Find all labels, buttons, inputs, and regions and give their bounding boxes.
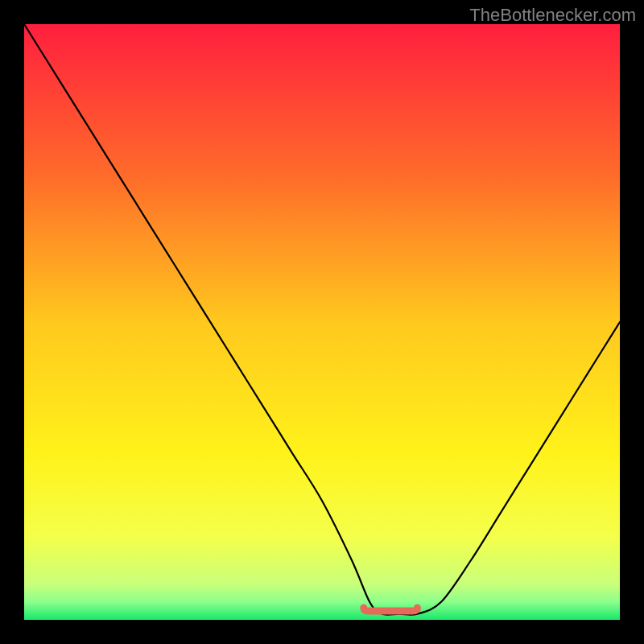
watermark-text: TheBottlenecker.com <box>469 5 636 26</box>
floor-marker <box>364 608 418 611</box>
chart-area <box>24 24 620 620</box>
chart-curve-layer <box>24 24 620 620</box>
bottleneck-curve-line <box>24 24 620 615</box>
